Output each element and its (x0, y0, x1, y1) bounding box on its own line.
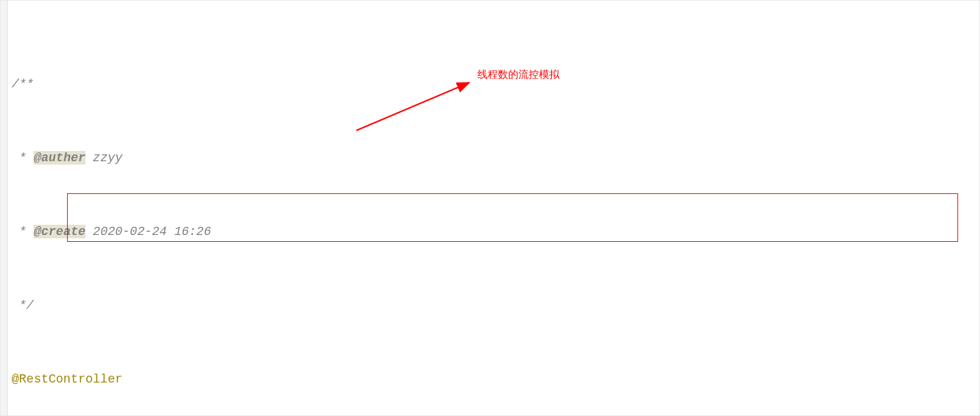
code-line[interactable]: */ (8, 296, 979, 315)
doc-tag-auther: @auther (34, 151, 85, 165)
code-line[interactable]: @RestController (8, 370, 979, 389)
code-area[interactable]: /** * @auther zzyy * @create 2020-02-24 … (8, 20, 979, 416)
doc-star: * (12, 225, 27, 238)
code-line[interactable]: * @auther zzyy (8, 149, 979, 167)
gutter (1, 1, 8, 415)
doc-tag-create: @create (34, 225, 85, 238)
doc-close: */ (12, 299, 34, 312)
code-editor[interactable]: /** * @auther zzyy * @create 2020-02-24 … (0, 0, 980, 416)
annotation-restcontroller: @RestController (12, 372, 122, 386)
code-line[interactable]: /** (8, 75, 979, 94)
doc-create-value: 2020-02-24 16:26 (93, 225, 211, 238)
code-line[interactable]: * @create 2020-02-24 16:26 (8, 223, 979, 241)
doc-auther-value: zzyy (93, 151, 122, 165)
doc-open: /** (12, 77, 34, 91)
doc-star: * (12, 151, 27, 165)
